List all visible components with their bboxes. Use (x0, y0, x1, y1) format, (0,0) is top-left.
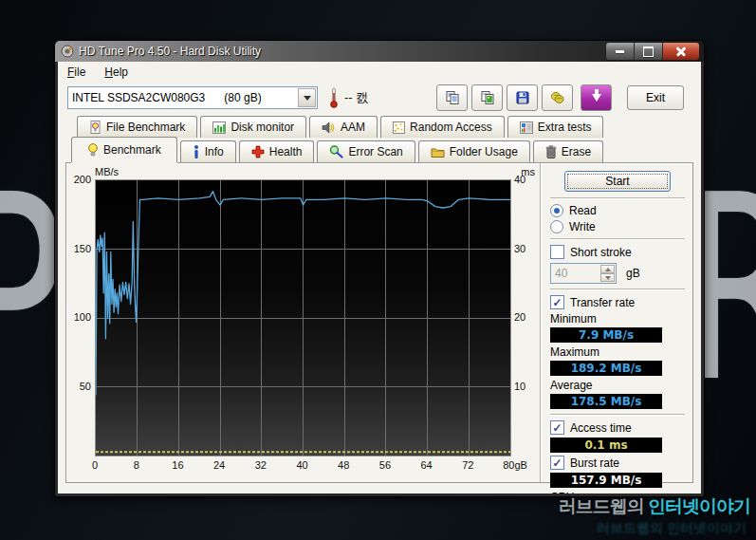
maximize-button[interactable] (635, 43, 663, 60)
start-button[interactable]: Start (564, 171, 671, 192)
maximum-label: Maximum (550, 345, 685, 359)
update-button[interactable] (581, 84, 612, 111)
minimize-button[interactable] (606, 43, 635, 60)
tab-random-access[interactable]: Random Access (380, 116, 505, 138)
radio-unselected-icon (550, 220, 563, 233)
cpu-usage-label: CPU usage (550, 491, 685, 493)
average-value: 178.5 MB/s (550, 394, 662, 409)
short-stroke-checkbox[interactable]: Short stroke (550, 245, 685, 259)
extra-tests-icon (520, 121, 533, 134)
x-axis-tick: 0 (92, 459, 98, 471)
y-axis-right-tick: 20 (514, 311, 541, 323)
watermark-gray-text: 러브드웹의 (559, 496, 644, 516)
burst-rate-checkbox[interactable]: ✓ Burst rate (550, 456, 685, 470)
watermark-teal-text: 인터넷이야기 (648, 496, 750, 516)
minimum-value: 7.9 MB/s (550, 327, 662, 343)
bar-chart-icon (212, 121, 226, 134)
x-axis-tick: 8 (134, 459, 139, 471)
short-stroke-size-value: 40 (555, 267, 567, 280)
tab-folder-usage[interactable]: Folder Usage (418, 140, 530, 162)
menu-bar: File Help (58, 62, 701, 82)
menu-help[interactable]: Help (104, 65, 128, 79)
tab-label: Erase (562, 145, 591, 158)
tab-error-scan[interactable]: Error Scan (317, 140, 415, 162)
drive-select[interactable]: INTEL SSDSA2CW080G3 (80 gB) (67, 86, 318, 109)
y-axis-left-tick: 150 (66, 243, 91, 254)
dropdown-arrow-icon[interactable] (298, 88, 316, 107)
tab-label: Info (205, 145, 224, 158)
x-axis-tick: 56 (379, 459, 391, 471)
tab-label: File Benchmark (106, 121, 185, 134)
y-axis-right-tick: 10 (514, 381, 541, 392)
copy-image-button[interactable] (471, 84, 503, 111)
tab-disk-monitor[interactable]: Disk monitor (200, 116, 306, 138)
read-radio-label: Read (569, 204, 597, 217)
menu-file[interactable]: File (67, 65, 85, 79)
x-axis-tick: 16 (172, 459, 183, 471)
read-radio[interactable]: Read (550, 204, 685, 217)
save-button[interactable] (507, 84, 538, 111)
tab-benchmark[interactable]: Benchmark (71, 137, 177, 162)
checkbox-checked-icon: ✓ (550, 456, 564, 470)
tab-label: Benchmark (103, 143, 161, 157)
x-axis-tick: 40 (296, 459, 307, 471)
copy-button[interactable] (436, 84, 468, 111)
tab-info[interactable]: Info (180, 140, 236, 162)
minimize-icon (616, 50, 624, 53)
tab-aam[interactable]: AAM (309, 116, 378, 138)
lightbulb-icon (89, 121, 101, 134)
spinner-up-icon[interactable] (600, 265, 615, 273)
plot-area (95, 179, 511, 456)
access-time-value: 0.1 ms (550, 438, 662, 453)
tab-extra-tests[interactable]: Extra tests (507, 116, 604, 138)
temperature-readout: -- 캜 (344, 89, 368, 106)
y-axis-left-tick: 50 (66, 381, 91, 392)
temperature-value: -- (344, 90, 353, 104)
tab-label: Random Access (410, 121, 492, 134)
capture-button[interactable] (542, 84, 573, 111)
write-radio[interactable]: Write (550, 220, 685, 233)
tab-erase[interactable]: Erase (533, 140, 603, 162)
thermometer-icon (329, 87, 339, 108)
magnifier-icon (329, 145, 343, 158)
separator (550, 414, 685, 416)
tab-label: Extra tests (538, 121, 592, 134)
y-axis-left-tick: 100 (66, 311, 91, 323)
checkbox-unchecked-icon (550, 245, 564, 259)
transfer-rate-label: Transfer rate (570, 296, 635, 309)
access-time-checkbox[interactable]: ✓ Access time (550, 420, 685, 435)
size-unit-label: gB (626, 267, 640, 280)
watermark: 러브드웹의 인터넷이야기 (559, 494, 750, 519)
folder-icon (431, 146, 445, 158)
x-axis-tick: 32 (255, 459, 267, 471)
app-icon (61, 45, 74, 58)
copy-image-icon (480, 90, 495, 105)
caption-buttons (605, 42, 700, 61)
x-axis-tick: 80gB (503, 459, 527, 471)
toolbar: INTEL SSDSA2CW080G3 (80 gB) -- 캜 (58, 82, 701, 114)
temperature-unit: 캜 (356, 90, 368, 104)
tab-strip: File Benchmark Disk monitor AAM Random A… (58, 116, 701, 162)
short-stroke-size-input[interactable]: 40 (550, 263, 617, 284)
y-axis-left-tick: 200 (66, 174, 91, 185)
drive-select-value: INTEL SSDSA2CW080G3 (80 gB) (68, 91, 262, 104)
exit-button[interactable]: Exit (627, 85, 684, 110)
x-axis-tick: 64 (420, 459, 432, 471)
burst-rate-label: Burst rate (570, 456, 619, 470)
average-label: Average (550, 379, 685, 392)
tab-file-benchmark[interactable]: File Benchmark (77, 116, 197, 138)
tab-label: Health (269, 145, 303, 158)
checkbox-checked-icon: ✓ (550, 420, 564, 435)
spinner-down-icon[interactable] (600, 273, 615, 282)
title-bar[interactable]: HD Tune Pro 4.50 - Hard Disk Utility (55, 41, 704, 62)
copy-icon (445, 90, 460, 105)
lightbulb-icon (87, 143, 99, 158)
tab-label: Disk monitor (230, 121, 294, 134)
speaker-icon (322, 121, 336, 134)
window-title: HD Tune Pro 4.50 - Hard Disk Utility (79, 45, 261, 58)
close-button[interactable] (663, 43, 699, 60)
tab-health[interactable]: Health (239, 140, 315, 162)
transfer-rate-checkbox[interactable]: ✓ Transfer rate (550, 295, 685, 309)
short-stroke-label: Short stroke (570, 246, 632, 259)
tab-label: Error Scan (348, 145, 402, 158)
